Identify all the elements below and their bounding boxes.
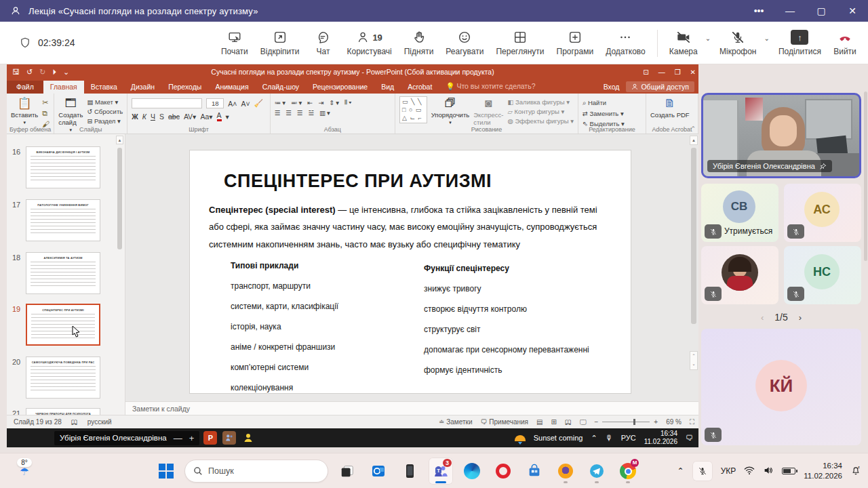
window-more-icon[interactable]: ••• <box>743 0 774 22</box>
arrange-button[interactable]: 🗇 Упорядочить▾ <box>431 96 470 125</box>
shape-effects-button[interactable]: ◍ Эффекты фигуры ▾ <box>507 117 574 125</box>
camera-button[interactable]: Камера <box>663 27 704 59</box>
slideshow-from-start-icon[interactable]: ⏵ <box>52 68 56 77</box>
opera-button[interactable] <box>491 458 515 485</box>
shared-clock[interactable]: 16:34 11.02.2026 <box>644 430 677 447</box>
tab-slideshow[interactable]: Слайд-шоу <box>256 81 306 94</box>
bold-button[interactable]: Ж <box>132 113 138 121</box>
share-document-button[interactable]: Общий доступ <box>626 81 694 92</box>
weather-status[interactable]: Sunset coming <box>534 434 583 442</box>
tray-mic-muted-icon[interactable] <box>692 461 713 481</box>
outlook-button[interactable] <box>366 458 391 485</box>
mic-button[interactable]: Мікрофон <box>713 27 762 59</box>
overlay-minimize-icon[interactable]: — <box>174 433 182 443</box>
shape-fill-button[interactable]: ◧ Заливка фигуры ▾ <box>507 98 574 106</box>
participant-tile-as[interactable]: АС <box>784 184 861 242</box>
slide-prev-next-icons[interactable]: ⌃⌄ <box>690 351 698 370</box>
increase-indent-icon[interactable]: ⇥ <box>318 99 325 106</box>
reset-button[interactable]: ↺ Сбросить <box>87 108 123 115</box>
participant-tile-photo[interactable] <box>701 246 778 304</box>
change-case-button[interactable]: Aa▾ <box>200 113 212 121</box>
window-close-icon[interactable]: ✕ <box>837 0 868 22</box>
leave-button[interactable]: Вийти <box>827 27 863 59</box>
columns-icon[interactable]: ▥▾ <box>319 109 332 117</box>
start-button[interactable] <box>155 460 178 483</box>
slide-sorter-icon[interactable]: ⊞ <box>551 418 556 426</box>
shapes-gallery[interactable]: ▭ ╲ ╲ □ ○ ▭△ ⌙ ⌐ ⇨ ⇩ ⬠☆ ⌒ ∿ ( ) ☆ <box>399 96 427 123</box>
tab-animations[interactable]: Анимация <box>208 81 255 94</box>
tab-file[interactable]: Файл <box>7 81 43 94</box>
pager-next-icon[interactable]: › <box>799 312 802 323</box>
thumbs-scroll-up-icon[interactable]: ▲ <box>116 136 123 144</box>
shared-language[interactable]: РУС <box>621 434 636 442</box>
section-button[interactable]: ⊟ Раздел ▾ <box>87 117 123 125</box>
create-pdf-button[interactable]: 🗎 Создать PDF <box>650 96 690 119</box>
spellcheck-icon[interactable]: 🕮 <box>71 418 78 426</box>
language-switcher[interactable]: УКР <box>721 466 736 476</box>
zoom-slider[interactable]: − + <box>595 418 658 426</box>
undo-icon[interactable]: ↺ <box>26 68 33 77</box>
layout-button[interactable]: ▤ Макет ▾ <box>87 98 123 106</box>
line-spacing-icon[interactable]: ⇕▾ <box>329 99 340 106</box>
ppt-minimize-icon[interactable]: — <box>658 68 665 76</box>
camera-dropdown-icon[interactable]: ⌄ <box>705 35 711 42</box>
share-button[interactable]: ↑ Поділитися <box>772 27 827 59</box>
replace-button[interactable]: ⇄ Заменить ▾ <box>583 110 625 117</box>
current-slide[interactable]: СПЕЦІНТЕРЕС ПРИ АУТИЗМІ Спецінтерес (spe… <box>190 150 631 393</box>
tab-review[interactable]: Рецензирование <box>306 81 374 94</box>
find-button[interactable]: ⌕ Найти <box>583 99 625 107</box>
weather-widget[interactable]: 8° ☂ <box>9 458 39 476</box>
slide-scroll-up-icon[interactable]: ▲ <box>690 136 698 145</box>
italic-button[interactable]: К <box>142 113 146 121</box>
font-size-input[interactable]: 18 <box>206 98 224 108</box>
tab-acrobat[interactable]: Acrobat <box>401 81 439 94</box>
shared-notification-icon[interactable]: 🗨 <box>686 434 693 442</box>
notification-bell-icon[interactable]: z <box>850 465 861 478</box>
reading-view-icon[interactable]: 🕮 <box>565 418 572 426</box>
save-icon[interactable]: 🖫 <box>12 68 20 76</box>
apps-button[interactable]: Програми <box>551 27 600 59</box>
tab-transitions[interactable]: Переходы <box>161 81 208 94</box>
more-button[interactable]: Додатково <box>599 27 652 59</box>
font-color-button[interactable]: A <box>217 111 222 121</box>
text-direction-icon[interactable]: ⫴▾ <box>344 98 353 106</box>
collapse-ribbon-icon[interactable]: ⌃ <box>690 125 696 132</box>
align-center-icon[interactable]: ☰ <box>285 109 293 117</box>
shared-mic-icon[interactable]: 🎙 <box>606 434 613 442</box>
shadow-button[interactable]: S <box>159 113 164 121</box>
teams-taskbar-button[interactable]: T 3 <box>429 458 453 485</box>
paste-button[interactable]: 📋 Вставить▾ <box>11 96 38 125</box>
tab-insert[interactable]: Вставка <box>84 81 124 94</box>
zoom-in-icon[interactable]: + <box>654 418 658 426</box>
battery-icon[interactable] <box>782 468 795 474</box>
font-color-dropdown-icon[interactable]: ▾ <box>226 113 229 121</box>
powerpoint-app-icon[interactable]: P <box>203 431 217 445</box>
participant-tile-sv[interactable]: СВ Утримується <box>701 184 778 242</box>
unpin-button[interactable]: Відкріпити <box>254 27 306 59</box>
taskbar-clock[interactable]: 16:34 11.02.2026 <box>804 461 842 481</box>
normal-view-icon[interactable]: ▤ <box>536 418 542 426</box>
char-spacing-button[interactable]: AV▾ <box>184 113 197 121</box>
font-name-input[interactable] <box>132 98 202 108</box>
slide-scrollbar[interactable] <box>691 148 696 324</box>
slideshow-view-icon[interactable]: 🖵 <box>580 418 587 426</box>
numbering-icon[interactable]: ≕▾ <box>291 99 303 106</box>
shrink-font-icon[interactable]: A˅ <box>241 100 250 108</box>
volume-icon[interactable] <box>763 466 774 477</box>
align-right-icon[interactable]: ☰ <box>297 109 304 117</box>
telegram-button[interactable] <box>585 458 609 485</box>
language-indicator[interactable]: русский <box>87 418 112 426</box>
thumbs-scrollbar[interactable] <box>117 148 122 249</box>
tab-design[interactable]: Дизайн <box>124 81 161 94</box>
shape-outline-button[interactable]: ▱ Контур фигуры ▾ <box>507 108 574 115</box>
view-button[interactable]: Переглянути <box>490 27 550 59</box>
participants-button[interactable]: 19 Користувачі <box>340 27 397 59</box>
teams-app-icon[interactable] <box>222 431 236 445</box>
redo-icon[interactable]: ↻ <box>39 68 45 77</box>
window-minimize-icon[interactable]: — <box>774 0 806 22</box>
chat-button[interactable]: Чат <box>305 27 340 59</box>
justify-icon[interactable]: ☱ <box>308 109 315 117</box>
notes-pane[interactable]: Заметки к слайду <box>125 401 698 415</box>
qat-customize-icon[interactable]: ⌄ <box>63 68 69 77</box>
ppt-close-icon[interactable]: ✕ <box>690 68 696 76</box>
